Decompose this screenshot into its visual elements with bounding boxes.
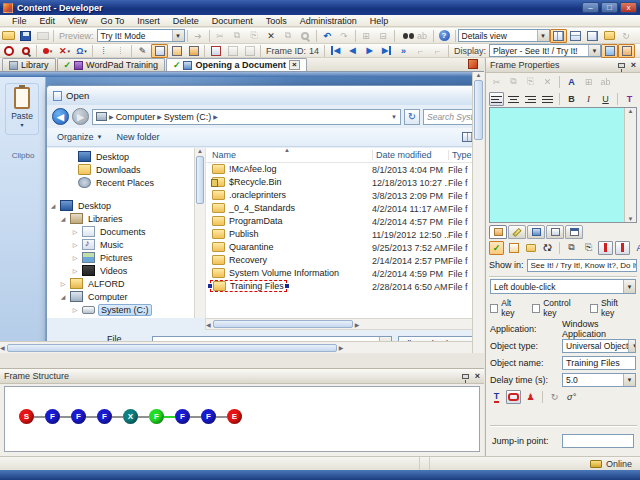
spellcheck-icon[interactable]: ab [414, 29, 431, 43]
branch-icon-2[interactable]: ⌐ [429, 44, 446, 58]
frame-node[interactable]: F [175, 409, 190, 424]
delete-frame-dropdown[interactable]: ✕▾ [56, 44, 73, 58]
tree-expand-icon[interactable]: ▷ [71, 241, 79, 248]
back-button[interactable]: ◀ [52, 108, 69, 125]
frame-node[interactable]: S [19, 409, 34, 424]
paste-text-icon[interactable]: ⎘ [523, 75, 538, 89]
copy-frame-icon[interactable]: ⧉ [564, 241, 579, 255]
menu-item[interactable]: Document [206, 16, 259, 26]
content-vertical-scrollbar[interactable]: ▲ [472, 72, 484, 353]
record-zoom-icon[interactable] [17, 44, 34, 58]
show-notes-toggle[interactable] [618, 44, 635, 58]
frame-node[interactable]: F [149, 409, 164, 424]
steps-disabled-icon[interactable]: ⁞ [112, 44, 129, 58]
align-justify-icon[interactable] [540, 92, 555, 106]
menu-item[interactable]: Tools [260, 16, 293, 26]
forward-button[interactable]: ▶ [72, 108, 89, 125]
add-frame-dropdown[interactable]: ▾ [39, 44, 56, 58]
tree-expand-icon[interactable]: ▷ [71, 306, 79, 313]
show-bubbles-toggle[interactable] [601, 44, 618, 58]
file-row[interactable]: !McAfee.log 8/1/2013 4:04 PM File f [206, 163, 483, 176]
minimize-button[interactable]: – [582, 2, 599, 13]
bubble-scrollbar[interactable]: ▲▼ [624, 108, 636, 222]
close-tab-icon[interactable]: × [289, 60, 300, 70]
print-icon[interactable] [34, 29, 51, 43]
align-center-icon[interactable] [506, 92, 521, 106]
tree-item[interactable]: ▷ ALFORD [47, 277, 205, 290]
tree-item[interactable]: ◢ Desktop [47, 199, 205, 212]
preview-search-icon[interactable] [297, 29, 314, 43]
dual-view-icon[interactable] [584, 29, 601, 43]
refresh-icon[interactable]: ↻ [618, 29, 635, 43]
display-select[interactable]: Player - See It! / Try It!▼ [489, 44, 601, 57]
tree-item[interactable]: Desktop [47, 150, 205, 163]
font-color-icon[interactable]: A [564, 75, 579, 89]
menu-item[interactable]: File [6, 16, 33, 26]
go-to-frame-icon[interactable]: » [395, 44, 412, 58]
modifier-key-checkbox[interactable]: Alt key [490, 298, 524, 318]
marker-right-icon[interactable] [615, 241, 630, 255]
input-text-icon[interactable]: T [489, 390, 504, 404]
paste-icon[interactable]: ⎘ [246, 29, 263, 43]
cut-icon[interactable]: ✂ [212, 29, 229, 43]
refresh-button[interactable]: ↻ [404, 109, 420, 125]
font-dialog-icon[interactable]: T [622, 92, 637, 106]
tree-expand-icon[interactable]: ◢ [49, 202, 57, 209]
search-input[interactable]: Search System (C: [423, 109, 478, 125]
checkbox-icon[interactable] [490, 304, 498, 313]
tree-item[interactable]: Recent Places [47, 176, 205, 189]
menu-item[interactable]: Edit [34, 16, 62, 26]
align-right-icon[interactable] [523, 92, 538, 106]
new-folder-button[interactable]: New folder [116, 132, 159, 142]
insert-field-icon[interactable]: ⊞ [581, 75, 596, 89]
breadcrumb-system-c[interactable]: System (C:) [164, 112, 212, 122]
tree-item[interactable]: ▷ Data (D:) [47, 316, 205, 318]
open-icon[interactable] [0, 29, 17, 43]
sigma-icon[interactable]: σ° [564, 390, 579, 404]
edit-frame-icon[interactable]: ✎ [134, 44, 151, 58]
pin-icon[interactable] [618, 63, 625, 68]
font-style-icon[interactable]: A [632, 241, 640, 255]
tree-item[interactable]: ▷ Pictures [47, 251, 205, 264]
menu-item[interactable]: Delete [167, 16, 205, 26]
menu-item[interactable]: Help [364, 16, 395, 26]
menu-item[interactable]: View [62, 16, 93, 26]
details-view-icon[interactable] [550, 29, 567, 43]
branch-icon-1[interactable]: ⌐ [412, 44, 429, 58]
close-panel-icon[interactable]: × [475, 371, 480, 381]
document-disabled-icon-1[interactable] [224, 44, 241, 58]
help-icon[interactable]: ? [436, 29, 453, 43]
field-tab[interactable] [565, 225, 583, 239]
tree-expand-icon[interactable]: ▷ [71, 254, 79, 261]
file-row[interactable]: Training Files 2/28/2014 6:50 AM File f [206, 280, 483, 293]
file-row[interactable]: ProgramData 4/2/2014 4:57 PM File f [206, 215, 483, 228]
align-left-icon[interactable] [489, 92, 504, 106]
close-panel-icon[interactable]: × [631, 60, 636, 70]
frame-node[interactable]: X [123, 409, 138, 424]
highlight-object-icon[interactable] [506, 390, 521, 404]
copy-icon[interactable]: ⧉ [229, 29, 246, 43]
jump-in-point-input[interactable] [562, 434, 634, 448]
tree-item[interactable]: ▷ Documents [47, 225, 205, 238]
object-action-icon[interactable]: ♟ [523, 390, 538, 404]
steps-icon[interactable]: ⁞ [95, 44, 112, 58]
tab-opening-a-document[interactable]: ✓ Opening a Document × [166, 58, 307, 71]
organize-menu[interactable]: Organize▼ [57, 132, 102, 142]
paste-button[interactable]: Paste ▾ [5, 83, 39, 135]
frame-node[interactable]: E [227, 409, 242, 424]
recapture-icon[interactable] [168, 44, 185, 58]
delay-time-select[interactable]: 5.0▼ [562, 373, 636, 387]
document-flag-icon[interactable] [207, 44, 224, 58]
tree-item[interactable]: Downloads [47, 163, 205, 176]
expand-icon[interactable]: ⊞ [358, 29, 375, 43]
address-dropdown-icon[interactable]: ▼ [391, 114, 397, 120]
action-type-select[interactable]: Left double-click▼ [490, 279, 636, 294]
marker-left-icon[interactable] [598, 241, 613, 255]
tree-item[interactable]: ◢ Libraries [47, 212, 205, 225]
modifier-key-checkbox[interactable]: Control key [532, 298, 582, 318]
edit-tab[interactable] [508, 225, 526, 239]
menu-item[interactable]: Administration [294, 16, 363, 26]
object-type-select[interactable]: Universal Object▼ [562, 339, 636, 353]
file-row[interactable]: _0_4_Standards 4/2/2014 11:17 AM File f [206, 202, 483, 215]
save-icon[interactable] [17, 29, 34, 43]
